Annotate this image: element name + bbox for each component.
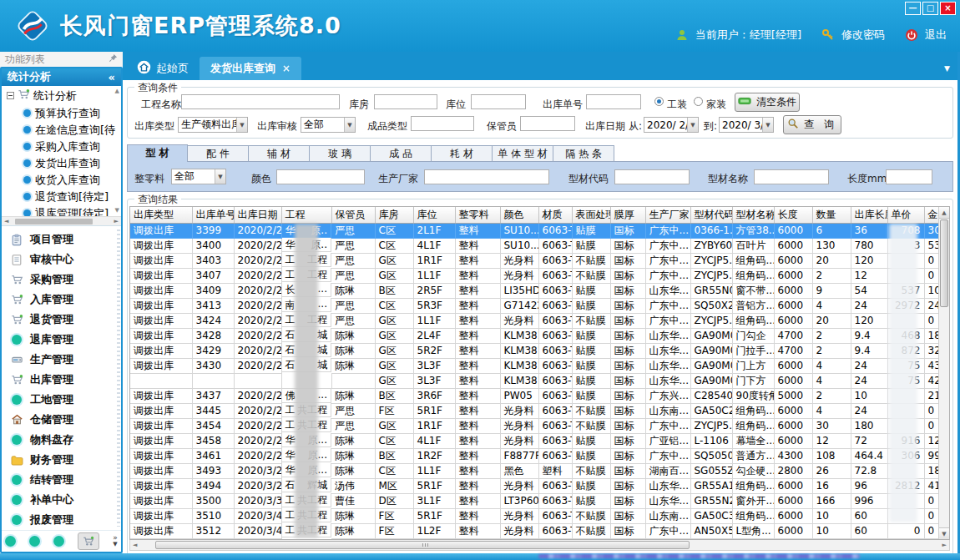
tree-expander-icon[interactable] xyxy=(7,92,14,99)
sidebar-item[interactable]: 退库管理 xyxy=(2,330,121,350)
table-row[interactable]: 调拨出库34292020/2/26石城陈琳G区5R2F整料KLM38176063… xyxy=(130,343,950,358)
scroll-left-icon[interactable]: ◄ xyxy=(4,218,8,225)
profile-code-input[interactable] xyxy=(614,169,690,184)
manufacturer-input[interactable] xyxy=(424,169,549,184)
project-name-input[interactable] xyxy=(181,94,340,109)
sidebar-item[interactable]: 仓储管理 xyxy=(2,410,121,430)
color-input[interactable] xyxy=(276,169,365,184)
column-header[interactable]: 材质 xyxy=(538,207,572,223)
dot-icon[interactable] xyxy=(53,536,64,547)
table-row[interactable]: 调拨出库34072020/2/25工工程严思G区1L1F整料光身料6063-T5… xyxy=(130,268,950,283)
material-tab[interactable]: 单 体 型 材 xyxy=(493,145,553,162)
scroll-right-icon[interactable]: ► xyxy=(114,218,119,225)
scrollbar-thumb[interactable] xyxy=(940,219,948,307)
tree-item[interactable]: 发货出库查询 xyxy=(2,155,121,172)
sidebar-item[interactable]: 审核中心 xyxy=(2,250,121,270)
table-row[interactable]: 调拨出库34942020/3/2石辉城汤伟M区5R1F整料光身料6063-T5贴… xyxy=(130,478,950,493)
scroll-down-icon[interactable]: ▼ xyxy=(115,207,119,214)
column-header[interactable]: 型材代码 xyxy=(690,207,732,223)
material-tab[interactable]: 型 材 xyxy=(127,144,188,162)
scrollbar-thumb[interactable] xyxy=(155,541,690,549)
order-no-input[interactable] xyxy=(586,94,641,109)
minimize-button[interactable]: — xyxy=(905,2,921,15)
more-items-button[interactable]: » ▼ xyxy=(113,535,118,547)
table-row[interactable]: 调拨出库34452020/2/27工共工程严思F区5R1F整料光身料6063-T… xyxy=(130,403,950,418)
table-row[interactable]: 调拨出库34932020/3/2华原...陈琳C区1L1F整料黑色塑料不贴膜国标… xyxy=(130,463,950,478)
maximize-button[interactable]: □ xyxy=(922,2,938,15)
sidebar-item[interactable]: 生产管理 xyxy=(2,350,121,370)
scroll-left-icon[interactable]: ◄ xyxy=(133,542,137,548)
scroll-down-icon[interactable]: ▼ xyxy=(939,527,949,539)
keeper-input[interactable] xyxy=(520,116,575,131)
radio-gongzhuang[interactable] xyxy=(654,97,664,106)
material-tab[interactable]: 隔 热 条 xyxy=(553,145,614,162)
column-header[interactable]: 整零料 xyxy=(455,207,500,223)
sidebar-item[interactable]: 采购管理 xyxy=(2,270,121,290)
clear-conditions-button[interactable]: 清空条件 xyxy=(735,93,800,112)
table-row[interactable]: 调拨出库33992020/2/25华原..严思C区2L1F整料SU10...60… xyxy=(130,223,950,238)
table-row[interactable]: 调拨出库35122020/3/4工共工程陈琳F区1L2F整料光身料6063-T5… xyxy=(130,523,950,538)
tab-close-icon[interactable]: × xyxy=(282,63,291,74)
scroll-up-icon[interactable]: ▲ xyxy=(939,207,949,219)
tree-item[interactable]: 退货查询[待定] xyxy=(2,189,121,205)
material-tab[interactable]: 玻 璃 xyxy=(310,145,371,162)
sidebar-item[interactable]: 财务管理 xyxy=(2,450,121,470)
date-from-select[interactable]: 2020/ 2/16▼ xyxy=(644,117,699,133)
sidebar-item[interactable]: 项目管理 xyxy=(2,230,121,250)
sidebar-item[interactable]: 结转管理 xyxy=(2,470,121,490)
table-row[interactable]: 调拨出库34092020/2/25长...陈琳B区2R5F整料LI35HD606… xyxy=(130,283,950,298)
table-row[interactable]: 调拨出库34612020/2/28华原...陈琳B区1R2F整料F8877FT6… xyxy=(130,448,950,463)
out-audit-select[interactable]: 全部▼ xyxy=(301,117,356,133)
scroll-right-icon[interactable]: ► xyxy=(942,542,947,548)
column-header[interactable]: 出库日期 xyxy=(234,207,281,223)
sidebar-item[interactable]: 补单中心 xyxy=(2,490,121,510)
table-row[interactable]: 调拨出库34132020/2/26南...严思C区5R3F整料G71422606… xyxy=(130,298,950,313)
pin-icon[interactable] xyxy=(109,53,118,65)
dot-icon[interactable] xyxy=(5,536,16,547)
material-tab[interactable]: 辅 材 xyxy=(249,145,310,162)
column-header[interactable]: 颜色 xyxy=(500,207,538,223)
table-row[interactable]: 调拨出库34032020/2/25工工程严思G区1R1F整料光身料6063-T5… xyxy=(130,253,950,268)
scrollbar-thumb[interactable] xyxy=(15,219,93,225)
table-row[interactable]: 调拨出库34542020/2/28工共工程严思G区1R1F整料光身料6063-T… xyxy=(130,418,950,433)
column-header[interactable]: 保管员 xyxy=(331,207,375,223)
material-tab[interactable]: 耗 材 xyxy=(432,145,493,162)
profile-name-input[interactable] xyxy=(754,169,829,184)
sidebar-item[interactable]: 报废管理 xyxy=(2,510,121,530)
sidebar-item[interactable]: 物料盘存 xyxy=(2,430,121,450)
sidebar-item[interactable]: 出库管理 xyxy=(2,370,121,390)
collapse-icon[interactable]: « xyxy=(109,71,115,83)
scroll-up-icon[interactable]: ▲ xyxy=(115,88,119,94)
table-row[interactable]: G区3L3F整料KLM38176063-T5贴膜国标山东华...GA90M09.… xyxy=(130,373,950,388)
table-row[interactable]: 调拨出库34302020/2/26石城陈琳G区3L3F整料KLM38176063… xyxy=(130,358,950,373)
vertical-scrollbar[interactable]: ▲ ▼ xyxy=(938,207,949,539)
product-type-input[interactable] xyxy=(411,116,474,131)
column-header[interactable]: 单价 xyxy=(887,207,924,223)
sidebar-section-header[interactable]: 统计分析 « xyxy=(2,68,121,86)
tree-root-item[interactable]: 统计分析 xyxy=(2,86,121,105)
tree-item[interactable]: 采购入库查询 xyxy=(2,139,121,155)
search-button[interactable]: 查 询 xyxy=(783,115,841,134)
table-row[interactable]: 调拨出库35102020/3/4工共工程陈琳F区5R1F整料光身料6063-T5… xyxy=(130,508,950,523)
column-header[interactable]: 数量 xyxy=(812,207,851,223)
material-tab[interactable]: 配 件 xyxy=(188,145,249,162)
sidebar-item[interactable]: 入库管理 xyxy=(2,290,121,310)
horizontal-scrollbar[interactable]: ◄ ► xyxy=(129,540,950,551)
tab-list-dropdown-icon[interactable]: ▼ xyxy=(944,64,950,73)
radio-jiazhuang[interactable] xyxy=(694,97,703,106)
sidebar-item[interactable]: 工地管理 xyxy=(2,390,121,410)
close-button[interactable]: × xyxy=(940,2,956,15)
column-header[interactable]: 膜厚 xyxy=(610,207,645,223)
cart-button[interactable] xyxy=(78,532,99,550)
column-header[interactable]: 出库长度 xyxy=(851,207,887,223)
tab-active[interactable]: 发货出库查询 × xyxy=(200,57,301,80)
table-row[interactable]: 调拨出库34002020/2/25华原..严思C区4L1F整料SU10...60… xyxy=(130,238,950,253)
whole-part-select[interactable]: 全部▼ xyxy=(171,169,226,184)
date-to-select[interactable]: 2020/ 3/16▼ xyxy=(719,117,774,133)
column-header[interactable]: 库房 xyxy=(375,207,413,223)
column-header[interactable]: 库位 xyxy=(413,207,455,223)
logout-link[interactable]: 退出 xyxy=(925,28,947,43)
change-password-link[interactable]: 修改密码 xyxy=(841,28,885,43)
tree-item[interactable]: 预算执行查询 xyxy=(2,105,121,122)
table-row[interactable]: 调拨出库34582020/2/28华原...陈琳C区4L1F整料光身料6063-… xyxy=(130,433,950,448)
